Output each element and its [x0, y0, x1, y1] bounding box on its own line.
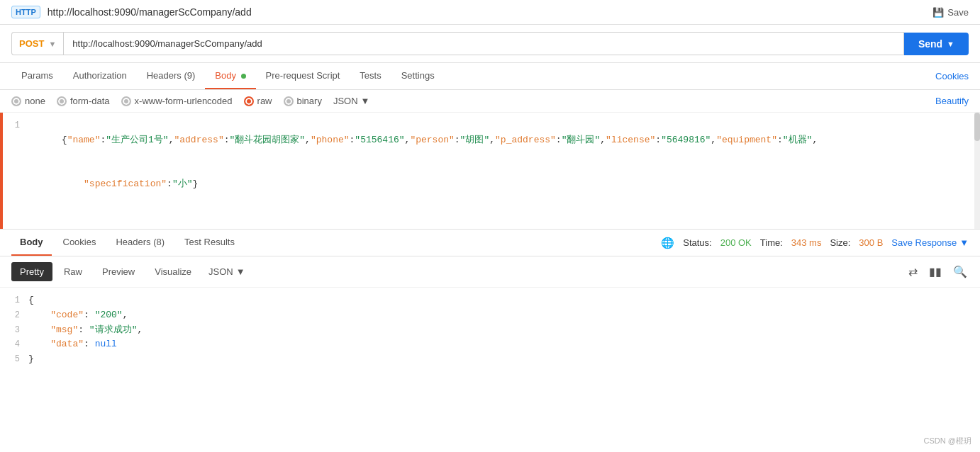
option-form-data[interactable]: form-data [57, 96, 110, 106]
beautify-button[interactable]: Beautify [935, 96, 969, 106]
option-none[interactable]: none [11, 96, 45, 106]
resp-tab-headers[interactable]: Headers (8) [107, 230, 173, 256]
radio-raw-icon [244, 96, 254, 106]
resp-line-5: 5 } [0, 352, 980, 367]
body-options-row: none form-data x-www-form-urlencoded raw… [0, 90, 980, 113]
json-type-selector[interactable]: JSON ▼ [333, 96, 370, 106]
url-input[interactable] [63, 32, 904, 55]
word-wrap-icon[interactable]: ⇄ [907, 264, 919, 280]
save-button[interactable]: 💾 Save [932, 7, 969, 18]
option-binary[interactable]: binary [284, 96, 322, 106]
method-label: POST [19, 38, 44, 49]
status-value: 200 OK [720, 237, 752, 248]
status-label: Status: [683, 237, 711, 248]
url-bar: HTTP http://localhost:9090/managerScComp… [0, 0, 980, 25]
resp-tab-test-results[interactable]: Test Results [176, 230, 243, 256]
search-icon[interactable]: 🔍 [952, 264, 969, 280]
resp-json-chevron-icon: ▼ [236, 266, 245, 277]
radio-form-data-icon [57, 96, 67, 106]
tab-params[interactable]: Params [11, 63, 63, 89]
resp-format-pretty[interactable]: Pretty [11, 262, 52, 281]
response-status-bar: 🌐 Status: 200 OK Time: 343 ms Size: 300 … [661, 237, 969, 249]
send-chevron-icon: ▼ [947, 40, 954, 48]
json-chevron-icon: ▼ [361, 96, 370, 106]
request-tabs: Params Authorization Headers (9) Body Pr… [0, 63, 980, 90]
code-line-1: 1 {"name":"生产公司1号","address":"翻斗花园胡图家","… [0, 118, 980, 162]
option-urlencoded[interactable]: x-www-form-urlencoded [121, 96, 233, 106]
radio-none-icon [11, 96, 21, 106]
tab-settings[interactable]: Settings [391, 63, 445, 89]
resp-line-2: 2 "code": "200", [0, 308, 980, 323]
http-badge: HTTP [11, 6, 40, 18]
response-format-row: Pretty Raw Preview Visualize JSON ▼ ⇄ ▮▮… [0, 256, 980, 288]
resp-format-raw[interactable]: Raw [55, 262, 91, 281]
resp-icon-buttons: ⇄ ▮▮ 🔍 [907, 264, 969, 280]
tab-pre-request[interactable]: Pre-request Script [256, 63, 350, 89]
left-edge-indicator [0, 113, 3, 229]
size-value: 300 B [859, 237, 883, 248]
tab-authorization[interactable]: Authorization [63, 63, 137, 89]
option-raw[interactable]: raw [244, 96, 272, 106]
send-label: Send [918, 38, 942, 50]
url-bar-text: http://localhost:9090/managerScCompany/a… [48, 6, 926, 18]
request-body-editor[interactable]: 1 {"name":"生产公司1号","address":"翻斗花园胡图家","… [0, 113, 980, 230]
resp-line-3: 3 "msg": "请求成功", [0, 323, 980, 338]
globe-icon: 🌐 [661, 237, 674, 249]
editor-scrollbar-track[interactable] [974, 113, 980, 229]
method-chevron-icon: ▼ [48, 40, 56, 48]
response-body-viewer: 1 { 2 "code": "200", 3 "msg": "请求成功", 4 … [0, 288, 980, 373]
save-response-button[interactable]: Save Response ▼ [891, 237, 969, 248]
method-selector[interactable]: POST ▼ [11, 32, 63, 55]
size-label: Size: [830, 237, 850, 248]
code-line-2: "specification":"小"} [0, 162, 980, 206]
resp-json-selector[interactable]: JSON ▼ [208, 266, 245, 277]
body-dot-indicator [241, 74, 246, 79]
resp-format-preview[interactable]: Preview [94, 262, 143, 281]
tab-tests[interactable]: Tests [350, 63, 391, 89]
radio-urlencoded-icon [121, 96, 131, 106]
response-tabs-row: Body Cookies Headers (8) Test Results 🌐 … [0, 230, 980, 256]
resp-format-visualize[interactable]: Visualize [146, 262, 200, 281]
resp-line-1: 1 { [0, 293, 980, 308]
radio-binary-icon [284, 96, 294, 106]
time-value: 343 ms [791, 237, 822, 248]
resp-line-4: 4 "data": null [0, 337, 980, 352]
tab-body[interactable]: Body [205, 63, 255, 89]
save-response-chevron-icon: ▼ [959, 237, 969, 248]
send-button[interactable]: Send ▼ [904, 33, 969, 55]
tab-headers[interactable]: Headers (9) [137, 63, 206, 89]
save-icon: 💾 [932, 7, 944, 18]
time-label: Time: [760, 237, 783, 248]
editor-scrollbar-thumb[interactable] [974, 113, 980, 141]
cookies-link[interactable]: Cookies [935, 71, 969, 81]
resp-tab-body[interactable]: Body [11, 230, 52, 256]
copy-icon[interactable]: ▮▮ [928, 264, 943, 280]
method-url-row: POST ▼ Send ▼ [0, 25, 980, 63]
resp-tab-cookies[interactable]: Cookies [55, 230, 105, 256]
response-section: Body Cookies Headers (8) Test Results 🌐 … [0, 230, 980, 373]
